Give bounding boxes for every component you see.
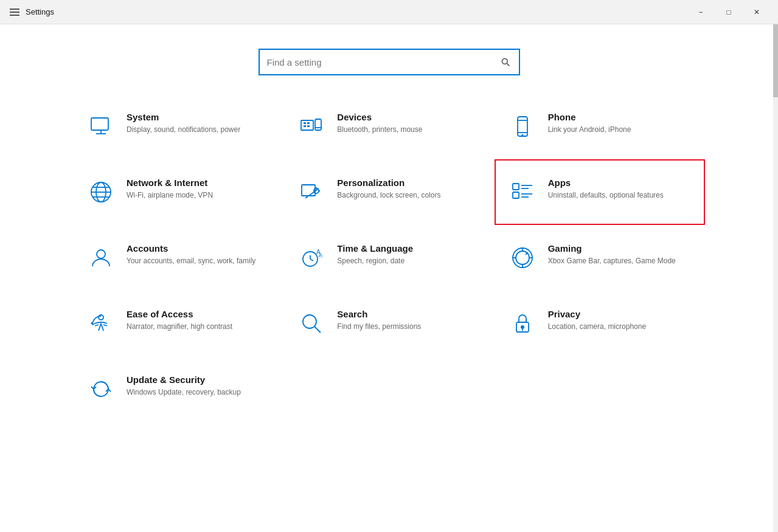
devices-name: Devices — [337, 112, 422, 122]
network-icon — [86, 178, 116, 207]
apps-icon — [508, 178, 537, 207]
title-bar: Settings − □ ✕ — [0, 0, 778, 24]
svg-text:あ: あ — [318, 252, 323, 258]
apps-desc: Uninstall, defaults, optional features — [548, 190, 664, 201]
svg-point-46 — [303, 315, 316, 328]
accounts-icon — [86, 243, 116, 272]
settings-grid: System Display, sound, notifications, po… — [73, 94, 705, 422]
search-icon — [501, 57, 510, 67]
svg-point-0 — [502, 58, 507, 64]
search-input[interactable] — [260, 57, 492, 67]
network-name: Network & Internet — [127, 178, 213, 188]
time-icon: A あ — [297, 243, 326, 272]
main-content: System Display, sound, notifications, po… — [0, 24, 778, 532]
setting-item-network[interactable]: Network & Internet Wi-Fi, airplane mode,… — [73, 159, 283, 225]
search-box[interactable] — [259, 49, 520, 75]
time-name: Time & Language — [337, 243, 413, 254]
phone-icon — [508, 112, 537, 141]
setting-item-devices[interactable]: Devices Bluetooth, printers, mouse — [283, 94, 494, 159]
svg-point-32 — [97, 250, 105, 258]
ease-icon — [86, 309, 116, 338]
update-icon — [86, 375, 116, 404]
devices-desc: Bluetooth, printers, mouse — [337, 125, 422, 135]
title-bar-left: Settings — [10, 7, 54, 16]
svg-rect-10 — [315, 119, 321, 130]
search-container — [73, 24, 705, 94]
phone-desc: Link your Android, iPhone — [548, 125, 631, 135]
personalization-icon — [297, 178, 326, 207]
privacy-icon — [508, 309, 537, 338]
personalization-name: Personalization — [337, 178, 440, 188]
gaming-icon — [508, 243, 537, 272]
setting-item-personalization[interactable]: Personalization Background, lock screen,… — [283, 159, 494, 225]
gaming-name: Gaming — [548, 243, 676, 254]
app-title: Settings — [26, 7, 54, 16]
privacy-name: Privacy — [548, 309, 646, 319]
accounts-desc: Your accounts, email, sync, work, family — [127, 256, 255, 266]
apps-name: Apps — [548, 178, 664, 188]
gaming-desc: Xbox Game Bar, captures, Game Mode — [548, 256, 676, 266]
search-setting-icon — [297, 309, 326, 338]
setting-item-gaming[interactable]: Gaming Xbox Game Bar, captures, Game Mod… — [495, 225, 705, 291]
scrollbar[interactable] — [773, 24, 778, 532]
scrollbar-thumb[interactable] — [773, 24, 778, 97]
system-name: System — [127, 112, 240, 122]
setting-item-accounts[interactable]: Accounts Your accounts, email, sync, wor… — [73, 225, 283, 291]
maximize-button[interactable]: □ — [715, 2, 743, 22]
svg-rect-6 — [304, 122, 306, 124]
setting-item-privacy[interactable]: Privacy Location, camera, microphone — [495, 291, 705, 356]
network-desc: Wi-Fi, airplane mode, VPN — [127, 190, 213, 201]
svg-point-49 — [521, 325, 524, 329]
svg-rect-2 — [91, 118, 108, 130]
setting-item-phone[interactable]: Phone Link your Android, iPhone — [495, 94, 705, 159]
accounts-name: Accounts — [127, 243, 255, 254]
time-desc: Speech, region, date — [337, 256, 413, 266]
svg-rect-5 — [301, 120, 313, 130]
search-button[interactable] — [492, 49, 519, 75]
svg-line-35 — [310, 259, 313, 261]
hamburger-menu[interactable] — [10, 9, 19, 16]
svg-line-47 — [314, 326, 321, 333]
setting-item-ease[interactable]: Ease of Access Narrator, magnifier, high… — [73, 291, 283, 356]
svg-line-1 — [507, 63, 509, 66]
svg-rect-26 — [513, 184, 519, 190]
setting-item-time[interactable]: A あ Time & Language Speech, region, date — [283, 225, 494, 291]
system-icon — [86, 112, 116, 141]
setting-item-system[interactable]: System Display, sound, notifications, po… — [73, 94, 283, 159]
setting-item-search[interactable]: Search Find my files, permissions — [283, 291, 494, 356]
svg-rect-21 — [302, 185, 315, 196]
close-button[interactable]: ✕ — [743, 2, 771, 22]
ease-desc: Narrator, magnifier, high contrast — [127, 322, 232, 332]
setting-item-update[interactable]: Update & Security Windows Update, recove… — [73, 356, 283, 422]
svg-rect-7 — [307, 122, 310, 124]
system-desc: Display, sound, notifications, power — [127, 125, 240, 135]
search-setting-desc: Find my files, permissions — [337, 322, 421, 332]
search-setting-name: Search — [337, 309, 421, 319]
svg-point-15 — [521, 134, 523, 136]
svg-rect-27 — [513, 192, 519, 198]
svg-rect-9 — [307, 125, 310, 127]
ease-name: Ease of Access — [127, 309, 232, 319]
devices-icon — [297, 112, 326, 141]
minimize-button[interactable]: − — [687, 2, 715, 22]
window-controls: − □ ✕ — [687, 2, 771, 22]
privacy-desc: Location, camera, microphone — [548, 322, 646, 332]
svg-rect-12 — [518, 117, 527, 136]
setting-item-apps[interactable]: Apps Uninstall, defaults, optional featu… — [495, 159, 705, 225]
personalization-desc: Background, lock screen, colors — [337, 190, 440, 201]
phone-name: Phone — [548, 112, 631, 122]
update-name: Update & Security — [127, 375, 241, 385]
update-desc: Windows Update, recovery, backup — [127, 387, 241, 398]
svg-rect-8 — [304, 125, 306, 127]
